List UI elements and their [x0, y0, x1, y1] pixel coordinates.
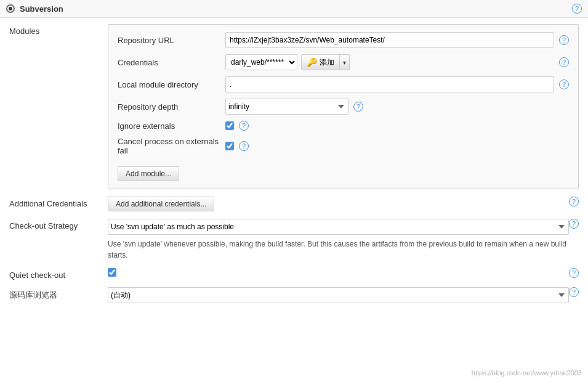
repository-depth-label: Repository depth — [118, 102, 225, 112]
modules-section: Modules Repository URL ? Credentials dar… — [9, 24, 579, 189]
quiet-checkout-content — [108, 268, 569, 279]
credentials-row: Credentials darly_web/****** 🔑 添加 ▾ — [118, 54, 569, 70]
repository-depth-row: Repository depth infinity empty files im… — [118, 99, 569, 115]
ignore-externals-checkbox[interactable] — [225, 121, 234, 130]
cancel-process-checkbox[interactable] — [225, 142, 234, 150]
source-browser-section: 源码库浏览器 (自动) FishEye ViewSVN WebSVN Svent… — [9, 287, 579, 303]
quiet-checkout-label: Quiet check-out — [9, 268, 108, 280]
ignore-externals-label: Ignore externals — [118, 121, 225, 131]
checkout-strategy-select[interactable]: Use 'svn update' as much as possible Alw… — [108, 219, 569, 235]
header-bar: Subversion ? — [0, 0, 588, 18]
add-additional-credentials-button[interactable]: Add additional credentials... — [108, 197, 214, 211]
additional-credentials-section: Additional Credentials Add additional cr… — [9, 197, 579, 211]
quiet-checkout-checkbox[interactable] — [108, 268, 116, 277]
credentials-select[interactable]: darly_web/****** — [225, 54, 297, 70]
repository-url-label: Repository URL — [118, 36, 225, 45]
quiet-checkout-section: Quiet check-out ? — [9, 268, 579, 280]
key-icon: 🔑 — [307, 57, 317, 67]
cancel-process-row: Cancel process on externals fail ? — [118, 137, 569, 155]
cancel-process-label: Cancel process on externals fail — [118, 137, 225, 155]
watermark: https://blog.csdn.net/www.ydme2003 — [472, 369, 582, 377]
additional-credentials-label: Additional Credentials — [9, 197, 108, 208]
cancel-process-help-icon[interactable]: ? — [239, 141, 249, 151]
local-module-row: Local module directory ? — [118, 76, 569, 92]
modules-box: Repository URL ? Credentials darly_web/*… — [108, 24, 579, 189]
credentials-wrapper: darly_web/****** 🔑 添加 ▾ — [225, 54, 554, 70]
checkout-strategy-help-icon[interactable]: ? — [569, 219, 579, 229]
source-browser-help-icon[interactable]: ? — [569, 287, 579, 297]
credentials-label: Credentials — [118, 58, 225, 67]
checkout-strategy-section: Check-out Strategy Use 'svn update' as m… — [9, 219, 579, 261]
add-credentials-button[interactable]: 🔑 添加 — [302, 55, 339, 70]
page-container: Subversion ? Modules Repository URL ? Cr… — [0, 0, 588, 379]
main-content: Modules Repository URL ? Credentials dar… — [0, 18, 588, 317]
modules-label: Modules — [9, 24, 108, 36]
add-module-button[interactable]: Add module... — [118, 166, 179, 181]
credentials-help-icon[interactable]: ? — [559, 57, 569, 67]
repository-url-help-icon[interactable]: ? — [559, 35, 569, 45]
additional-credentials-content: Add additional credentials... — [108, 197, 569, 211]
local-module-label: Local module directory — [118, 80, 225, 89]
local-module-input[interactable] — [225, 76, 554, 92]
repository-url-wrapper — [225, 32, 554, 48]
add-credentials-dropdown[interactable]: ▾ — [339, 55, 349, 70]
repository-url-input[interactable] — [225, 32, 554, 48]
repository-depth-help-icon[interactable]: ? — [353, 102, 363, 112]
ignore-externals-help-icon[interactable]: ? — [239, 121, 249, 131]
additional-credentials-help-icon[interactable]: ? — [569, 197, 579, 206]
subversion-radio[interactable] — [6, 4, 15, 13]
header-help-icon[interactable]: ? — [572, 4, 582, 14]
checkout-strategy-content: Use 'svn update' as much as possible Alw… — [108, 219, 569, 261]
source-browser-label: 源码库浏览器 — [9, 287, 108, 301]
checkout-strategy-description: Use 'svn update' whenever possible, maki… — [108, 238, 569, 261]
add-credentials-group: 🔑 添加 ▾ — [301, 54, 350, 70]
page-title: Subversion — [20, 4, 63, 14]
quiet-checkout-help-icon[interactable]: ? — [569, 268, 579, 278]
ignore-externals-row: Ignore externals ? — [118, 121, 569, 131]
source-browser-select[interactable]: (自动) FishEye ViewSVN WebSVN Sventon Coll… — [108, 287, 569, 303]
add-label: 添加 — [320, 57, 334, 68]
repository-depth-select[interactable]: infinity empty files immediates — [225, 99, 348, 115]
local-module-help-icon[interactable]: ? — [559, 79, 569, 89]
source-browser-content: (自动) FishEye ViewSVN WebSVN Sventon Coll… — [108, 287, 569, 303]
checkout-strategy-label: Check-out Strategy — [9, 219, 108, 230]
repository-url-row: Repository URL ? — [118, 32, 569, 48]
